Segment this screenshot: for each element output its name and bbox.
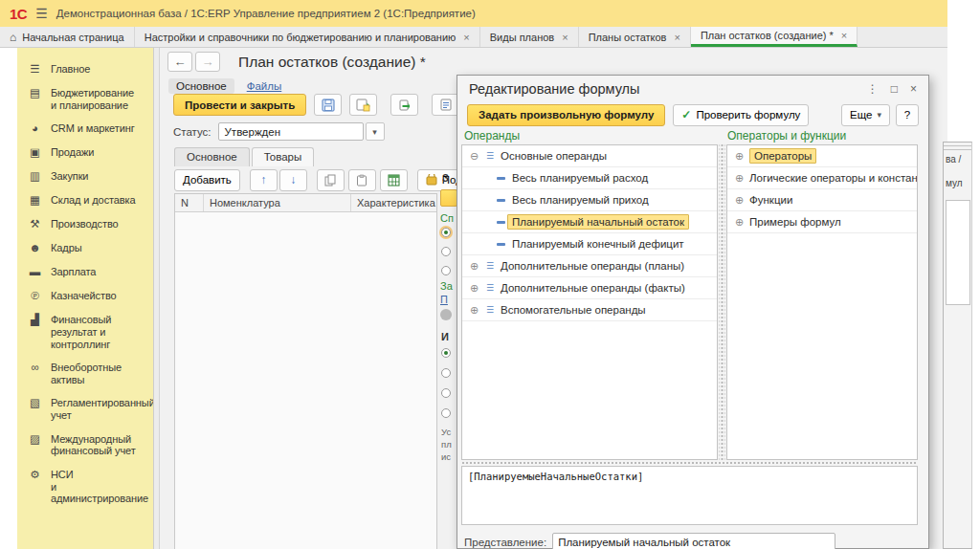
arrow-up-icon: ↑: [260, 173, 266, 187]
tree-group-main-operands[interactable]: ⊖ ☰ Основные операнды: [462, 145, 717, 167]
column-header-n[interactable]: N: [175, 194, 204, 211]
tree-item-planned-opening-balance[interactable]: Планируемый начальный остаток: [462, 211, 717, 233]
expand-icon[interactable]: ⊕: [468, 260, 480, 273]
add-row-button[interactable]: Добавить: [174, 169, 240, 191]
collapse-icon[interactable]: ⊖: [468, 150, 480, 163]
sidebar-item-production[interactable]: ⚒Производство: [17, 212, 153, 236]
status-dropdown-button[interactable]: ▾: [366, 122, 385, 141]
close-tab-icon[interactable]: ×: [562, 32, 568, 43]
radio-option[interactable]: [441, 388, 451, 398]
operator-tree: ⊕ Операторы ⊕ Логические операторы и кон…: [726, 144, 918, 460]
tree-item-planned-income[interactable]: Весь планируемый приход: [462, 189, 717, 211]
tree-group-logical-operators[interactable]: ⊕ Логические операторы и константы: [727, 167, 917, 189]
radio-option[interactable]: [441, 408, 451, 418]
tab-label: Планы остатков: [589, 32, 667, 43]
sidebar-item-finresult[interactable]: ▟Финансовый результат и контроллинг: [17, 308, 153, 356]
nav-link-files[interactable]: Файлы: [247, 80, 282, 92]
panel-splitter[interactable]: [719, 144, 725, 460]
expand-icon[interactable]: ⊕: [733, 172, 746, 185]
sidebar-item-payroll[interactable]: ▬Зарплата: [17, 260, 153, 284]
sidebar-item-treasury[interactable]: ℗Казначейство: [17, 284, 153, 308]
forward-button[interactable]: →: [195, 52, 220, 72]
background-window-box: [946, 200, 970, 305]
tree-item-planned-expense[interactable]: Весь планируемый расход: [462, 167, 717, 189]
tab-osnovnoe[interactable]: Основное: [174, 147, 250, 166]
radio-option[interactable]: [441, 348, 451, 358]
sidebar-item-regulated-accounting[interactable]: ▧Регламентированный учет: [17, 391, 153, 427]
maximize-icon[interactable]: □: [891, 82, 898, 96]
sidebar-item-crm[interactable]: ◕CRM и маркетинг: [17, 117, 153, 141]
sidebar-item-ifrs[interactable]: ▨Международный финансовый учет: [17, 428, 153, 463]
tab-balance-plan-new[interactable]: План остатков (создание) * ×: [691, 27, 858, 47]
close-tab-icon[interactable]: ×: [674, 32, 679, 43]
crm-icon: ◕: [28, 122, 42, 135]
main-menu-icon[interactable]: ☰: [35, 6, 48, 21]
covered-settings-panel: З Сп За П И Ус пл ис: [439, 168, 458, 549]
close-icon[interactable]: ×: [910, 82, 917, 96]
set-custom-formula-button[interactable]: Задать произвольную формулу: [467, 104, 665, 126]
covered-yellow-button[interactable]: [440, 189, 457, 207]
paste-row-button[interactable]: [348, 169, 376, 191]
export-table-button[interactable]: [380, 169, 408, 191]
sidebar-item-sales[interactable]: ▣Продажи: [17, 141, 153, 165]
tab-balance-plans[interactable]: Планы остатков ×: [579, 27, 691, 47]
radio-option[interactable]: [441, 266, 451, 275]
more-menu-icon[interactable]: ⋮: [867, 82, 879, 96]
back-button[interactable]: ←: [167, 52, 192, 72]
column-header-nomenclature[interactable]: Номенклатура: [204, 194, 351, 211]
radio-option[interactable]: [441, 228, 451, 237]
sidebar-item-warehouse[interactable]: ▦Склад и доставка: [17, 188, 153, 212]
check-formula-button[interactable]: ✓ Проверить формулу: [673, 104, 809, 126]
tab-home[interactable]: ⌂ Начальная страница: [0, 27, 135, 47]
status-combobox[interactable]: Утвержден: [218, 122, 364, 141]
sidebar-item-assets[interactable]: ∞Внеоборотные активы: [17, 356, 153, 391]
move-down-button[interactable]: ↓: [279, 169, 307, 191]
tab-label: Настройки и справочники по бюджетировани…: [145, 32, 457, 43]
radio-option[interactable]: [441, 368, 451, 378]
table-body[interactable]: [175, 212, 436, 549]
nav-link-main[interactable]: Основное: [168, 78, 234, 94]
tree-group-additional-operands-facts[interactable]: ⊕ ☰ Дополнительные операнды (факты): [462, 277, 717, 299]
sidebar-item-purchases[interactable]: ▥Закупки: [17, 165, 153, 188]
tree-item-planned-final-deficit[interactable]: Планируемый конечный дефицит: [462, 233, 717, 255]
sidebar-item-budgeting[interactable]: ▤Бюджетирование и планирование: [17, 81, 153, 117]
floppy-post-icon: [356, 99, 370, 112]
expand-icon[interactable]: ⊕: [733, 216, 746, 229]
post-document-button[interactable]: [349, 94, 377, 116]
operators-title: Операторы и функции: [727, 129, 846, 143]
expand-icon[interactable]: ⊕: [468, 282, 480, 295]
close-tab-icon[interactable]: ×: [463, 32, 469, 43]
sidebar-splitter[interactable]: [154, 48, 160, 549]
presentation-input[interactable]: [552, 533, 835, 549]
page-title: План остатков (создание) *: [238, 54, 426, 71]
expand-icon[interactable]: ⊕: [468, 304, 480, 317]
tab-tovary[interactable]: Товары: [252, 147, 315, 166]
tree-group-additional-operands-plans[interactable]: ⊕ ☰ Дополнительные операнды (планы): [462, 255, 717, 277]
post-and-close-button[interactable]: Провести и закрыть: [173, 94, 306, 116]
column-header-characteristic[interactable]: Характеристика: [351, 194, 436, 211]
radio-option[interactable]: [441, 247, 451, 256]
move-up-button[interactable]: ↑: [250, 169, 278, 191]
copy-document-button[interactable]: [390, 94, 418, 116]
sidebar-item-main[interactable]: ☰Главное: [17, 57, 153, 81]
copy-row-button[interactable]: [317, 169, 345, 191]
sidebar-item-hr[interactable]: ☻Кадры: [17, 236, 153, 260]
save-button[interactable]: [314, 94, 342, 116]
tab-settings-budgeting[interactable]: Настройки и справочники по бюджетировани…: [135, 27, 480, 47]
tree-group-formula-examples[interactable]: ⊕ Примеры формул: [727, 211, 917, 233]
report-icon: [440, 99, 452, 111]
tree-group-operators[interactable]: ⊕ Операторы: [727, 145, 917, 167]
floppy-icon: [322, 99, 335, 112]
tab-plan-types[interactable]: Виды планов ×: [480, 27, 579, 47]
sidebar-item-nsi-admin[interactable]: ⚙НСИ и администрирование: [17, 463, 153, 511]
tree-group-auxiliary-operands[interactable]: ⊕ ☰ Вспомогательные операнды: [462, 299, 717, 321]
close-tab-icon[interactable]: ×: [841, 30, 847, 41]
expand-icon[interactable]: ⊕: [733, 150, 746, 163]
tree-group-functions[interactable]: ⊕ Функции: [727, 189, 917, 211]
more-button[interactable]: Еще ▾: [841, 104, 890, 126]
formula-textarea[interactable]: [ПланируемыеНачальныеОстатки]: [461, 466, 918, 525]
expand-icon[interactable]: ⊕: [733, 194, 746, 207]
list-icon: ☰: [483, 151, 497, 161]
help-button[interactable]: ?: [896, 104, 919, 126]
tab-label: План остатков (создание) *: [701, 30, 834, 41]
